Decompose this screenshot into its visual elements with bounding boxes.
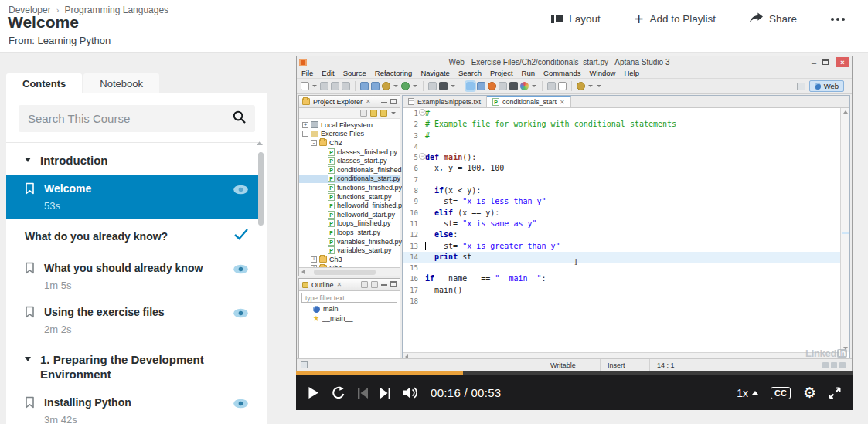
- tree-item[interactable]: Pfunctions_finished.py: [299, 183, 400, 192]
- viewed-eye-icon[interactable]: [233, 398, 249, 412]
- bookmark-icon[interactable]: [25, 182, 35, 212]
- outline-maximize-icon[interactable]: [390, 281, 397, 287]
- tree-expander-icon[interactable]: -: [302, 131, 308, 137]
- toc-section-header[interactable]: 1. Preparing the Development Environment: [6, 342, 261, 388]
- menu-commands[interactable]: Commands: [543, 69, 581, 77]
- fullscreen-button[interactable]: [829, 387, 841, 399]
- editor-tab-close-icon[interactable]: ✕: [560, 99, 565, 106]
- editor-area: ExampleSnippets.txt P conditionals_start…: [402, 95, 850, 361]
- tab-notebook[interactable]: Notebook: [83, 73, 159, 93]
- playback-speed-button[interactable]: 1x: [737, 387, 758, 399]
- code-editor[interactable]: 1#2# Example file for working with condi…: [403, 108, 840, 352]
- viewed-eye-icon[interactable]: [233, 307, 249, 321]
- video-player[interactable]: Web - Exercise Files/Ch2/conditionals_st…: [296, 56, 853, 410]
- sidebar-scroll-up-icon[interactable]: [257, 141, 263, 145]
- tree-item[interactable]: Pconditionals_start.py: [299, 175, 400, 184]
- tree-item[interactable]: +Ch3: [299, 255, 400, 264]
- search-icon[interactable]: [233, 110, 246, 127]
- next-video-button[interactable]: [380, 387, 390, 399]
- tree-item[interactable]: Ploops_start.py: [299, 228, 400, 237]
- view-menu-caret-icon[interactable]: [391, 112, 396, 114]
- previous-video-button[interactable]: [358, 387, 368, 399]
- menu-window[interactable]: Window: [590, 69, 616, 77]
- tree-item[interactable]: Pconditionals_finished.py: [299, 165, 400, 175]
- line-number: 2: [403, 119, 418, 130]
- menu-edit[interactable]: Edit: [322, 69, 334, 77]
- sidebar-scrollbar-thumb[interactable]: [258, 152, 264, 226]
- tree-expander-icon[interactable]: +: [311, 256, 317, 263]
- toc-item-lesson[interactable]: Welcome53s: [6, 175, 261, 219]
- breadcrumb-category[interactable]: Programming Languages: [64, 5, 168, 15]
- editor-tab-conditionals-start[interactable]: P conditionals_start ✕: [487, 96, 571, 107]
- tree-item[interactable]: Pfunctions_start.py: [299, 192, 400, 202]
- replay-button[interactable]: [332, 386, 345, 400]
- project-explorer-hscrollbar[interactable]: [299, 267, 400, 276]
- outline-tab[interactable]: Outline: [311, 281, 334, 289]
- toc-item-quiz[interactable]: What do you already know?: [6, 219, 261, 254]
- menu-file[interactable]: File: [301, 69, 313, 77]
- tree-item[interactable]: Pvariables_start.py: [299, 246, 400, 255]
- sort-icon[interactable]: [361, 281, 368, 288]
- bookmark-icon[interactable]: [25, 396, 35, 424]
- bookmark-icon[interactable]: [25, 262, 35, 291]
- search-input[interactable]: [28, 112, 233, 125]
- web-perspective-button[interactable]: Web: [809, 80, 844, 92]
- tree-expander-icon[interactable]: -: [311, 140, 317, 146]
- scroll-up-icon[interactable]: [843, 110, 848, 114]
- package-icon[interactable]: [380, 110, 387, 117]
- tree-item[interactable]: Phelloworld_start.py: [299, 210, 400, 219]
- share-button[interactable]: Share: [750, 12, 797, 25]
- editor-tab-examplesnippets[interactable]: ExampleSnippets.txt: [403, 96, 487, 107]
- outline-item[interactable]: ★__main__: [299, 314, 400, 323]
- layout-button[interactable]: Layout: [551, 13, 601, 25]
- outline-filter-input[interactable]: type filter text: [301, 293, 397, 303]
- outline-close-icon[interactable]: ✕: [337, 281, 342, 288]
- menu-run[interactable]: Run: [522, 69, 535, 77]
- tree-item[interactable]: -Exercise Files: [299, 130, 400, 139]
- volume-button[interactable]: [403, 386, 418, 399]
- tree-item[interactable]: -Ch2: [299, 138, 400, 148]
- expand-all-icon[interactable]: [371, 281, 378, 288]
- viewed-eye-icon[interactable]: [233, 184, 249, 198]
- menu-source[interactable]: Source: [343, 69, 366, 77]
- collapse-all-icon[interactable]: [360, 110, 367, 117]
- tab-contents[interactable]: Contents: [6, 73, 82, 93]
- open-perspective-icon[interactable]: [797, 83, 805, 90]
- minimize-view-icon[interactable]: [381, 102, 387, 103]
- menu-navigate[interactable]: Navigate: [420, 69, 450, 77]
- tree-item[interactable]: Pclasses_finished.py: [299, 148, 400, 157]
- fold-marker-icon[interactable]: [418, 152, 425, 163]
- bookmark-icon[interactable]: [25, 306, 35, 335]
- closed-captions-button[interactable]: CC: [771, 387, 791, 399]
- fold-marker-icon[interactable]: [418, 108, 425, 119]
- add-to-playlist-button[interactable]: + Add to Playlist: [635, 13, 716, 25]
- tab-close-icon[interactable]: ✕: [366, 98, 371, 105]
- toc-item-lesson[interactable]: What you should already know1m 5s: [6, 254, 261, 298]
- play-button[interactable]: [308, 386, 319, 399]
- line-number: 15: [403, 263, 418, 273]
- toc-section-header[interactable]: Introduction: [6, 143, 261, 175]
- tree-item[interactable]: +Local Filesystem: [299, 120, 400, 130]
- more-options-button[interactable]: [831, 18, 845, 21]
- sidebar-scrollbar[interactable]: [258, 148, 264, 418]
- viewed-eye-icon[interactable]: [233, 263, 249, 277]
- menu-help[interactable]: Help: [624, 69, 639, 77]
- menu-refactoring[interactable]: Refactoring: [375, 69, 413, 77]
- menu-project[interactable]: Project: [490, 69, 513, 77]
- course-from-label[interactable]: From: Learning Python: [9, 35, 111, 46]
- project-explorer-tab[interactable]: Project Explorer: [313, 98, 363, 106]
- tree-item[interactable]: Ploops_finished.py: [299, 219, 400, 229]
- player-settings-button[interactable]: ⚙: [803, 385, 816, 400]
- outline-minimize-icon[interactable]: [381, 284, 387, 286]
- outline-item[interactable]: main: [299, 304, 400, 314]
- menu-search[interactable]: Search: [458, 69, 482, 77]
- tree-item[interactable]: Phelloworld_finished.py: [299, 201, 400, 210]
- tree-expander-icon[interactable]: +: [302, 122, 308, 128]
- link-editor-icon[interactable]: [370, 110, 377, 117]
- maximize-view-icon[interactable]: [390, 99, 397, 104]
- toc-item-lesson[interactable]: Using the exercise files2m 2s: [6, 298, 261, 342]
- toc-item-lesson[interactable]: Installing Python3m 42s: [6, 388, 261, 424]
- editor-vscrollbar[interactable]: [840, 108, 849, 352]
- tree-item[interactable]: Pclasses_start.py: [299, 156, 400, 165]
- tree-item[interactable]: Pvariables_finished.py: [299, 237, 400, 246]
